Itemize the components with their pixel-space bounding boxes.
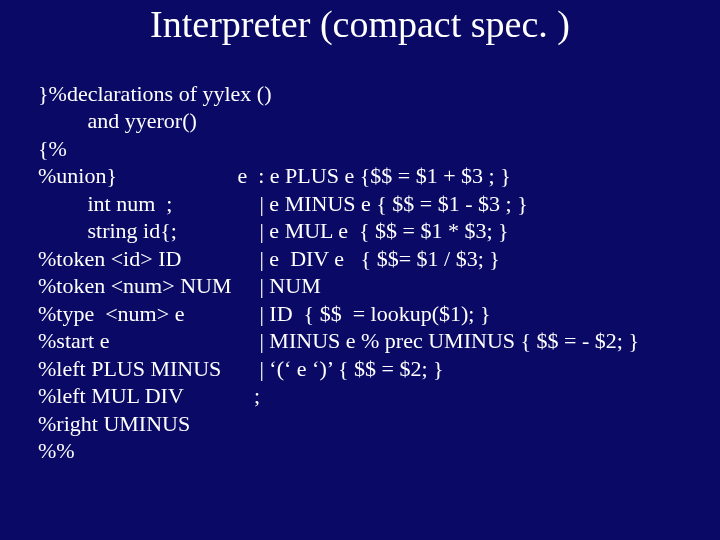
rule-line-3: | e MUL e { $$ = $1 * $3; } bbox=[237, 218, 508, 243]
rule-line-5: | NUM bbox=[237, 273, 320, 298]
decl-line-9: %type <num> e bbox=[38, 301, 184, 326]
rule-line-9: ; bbox=[237, 383, 260, 408]
decl-line-5: int num ; bbox=[38, 191, 172, 216]
rule-line-1: e : e PLUS e {$$ = $1 + $3 ; } bbox=[237, 163, 510, 188]
decl-line-1: }%declarations of yylex () bbox=[38, 81, 272, 106]
decl-line-7: %token <id> ID bbox=[38, 246, 181, 271]
decl-line-14: %% bbox=[38, 438, 75, 463]
decl-line-2: and yyeror() bbox=[38, 108, 197, 133]
rule-line-4: | e DIV e { $$= $1 / $3; } bbox=[237, 246, 499, 271]
decl-line-8: %token <num> NUM bbox=[38, 273, 231, 298]
right-column: e : e PLUS e {$$ = $1 + $3 ; } | e MINUS… bbox=[231, 162, 639, 410]
decl-line-11: %left PLUS MINUS bbox=[38, 356, 221, 381]
two-column-block: %union} int num ; string id{; %token <id… bbox=[38, 162, 710, 465]
decl-line-10: %start e bbox=[38, 328, 109, 353]
decl-line-4: %union} bbox=[38, 163, 117, 188]
rule-line-8: | ‘(‘ e ‘)’ { $$ = $2; } bbox=[237, 356, 443, 381]
decl-line-3: {% bbox=[38, 136, 67, 161]
decl-line-6: string id{; bbox=[38, 218, 177, 243]
rule-line-2: | e MINUS e { $$ = $1 - $3 ; } bbox=[237, 191, 527, 216]
decl-line-13: %right UMINUS bbox=[38, 411, 190, 436]
rule-line-7: | MINUS e % prec UMINUS { $$ = - $2; } bbox=[237, 328, 639, 353]
slide-body: }%declarations of yylex () and yyeror() … bbox=[38, 52, 710, 465]
rule-line-6: | ID { $$ = lookup($1); } bbox=[237, 301, 490, 326]
slide: Interpreter (compact spec. ) }%declarati… bbox=[0, 0, 720, 540]
left-column: %union} int num ; string id{; %token <id… bbox=[38, 162, 231, 465]
decl-line-12: %left MUL DIV bbox=[38, 383, 184, 408]
slide-title: Interpreter (compact spec. ) bbox=[0, 2, 720, 46]
